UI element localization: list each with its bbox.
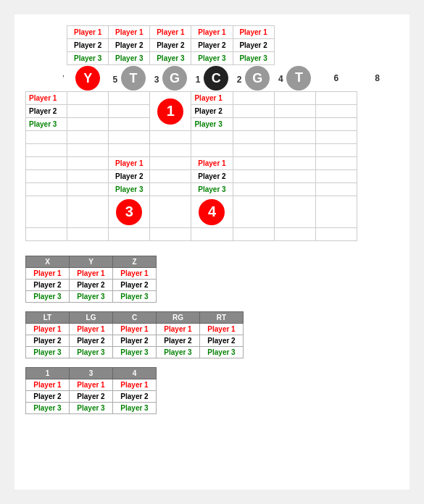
mid-right-p3: Player 3 <box>191 183 233 196</box>
mid-right-p2: Player 2 <box>191 170 233 183</box>
134-header-1: 1 <box>26 368 70 379</box>
134-table-wrapper: 1 3 4 Player 1 Player 1 Player 1 Player … <box>25 367 399 414</box>
num-2: 2 <box>237 75 242 85</box>
left-p2: Player 2 <box>26 105 67 118</box>
tick-left: ' <box>26 65 67 92</box>
header-row-2: Player 2 Player 2 Player 2 Player 2 Play… <box>26 39 399 52</box>
134-header-row: 1 3 4 <box>26 368 157 379</box>
header-row-1: Player 1 Player 1 Player 1 Player 1 Play… <box>26 26 399 39</box>
xyz-header-y: Y <box>70 256 113 268</box>
xyz-header-x: X <box>26 256 70 268</box>
ltlg-table: LT LG C RG RT Player 1 Player 1 Player 1… <box>25 311 244 358</box>
ltlg-header-rt: RT <box>200 312 244 324</box>
number-circles-row: 3 4 <box>26 196 399 228</box>
134-table: 1 3 4 Player 1 Player 1 Player 1 Player … <box>25 367 157 414</box>
data-row-p2: Player 2 Player 2 <box>26 105 399 118</box>
col2-p3: Player 3 <box>109 52 150 65</box>
empty-row-1 <box>26 131 399 144</box>
mid-row-p1: Player 1 Player 1 <box>26 157 399 170</box>
ltlg-header-lg: LG <box>70 312 113 324</box>
c-p3: Player 3 <box>113 347 157 358</box>
num1-letter-cell: 1 C <box>191 65 233 92</box>
empty-row-2 <box>26 144 399 157</box>
xyz-row-3: Player 3 Player 3 Player 3 <box>26 291 157 303</box>
c-p2: Player 2 <box>113 335 157 347</box>
c4-p3: Player 3 <box>113 403 157 414</box>
col3-p1: Player 1 <box>150 26 191 39</box>
number-4-cell: 4 <box>191 196 233 228</box>
letter-G1: G <box>162 66 187 91</box>
xyz-header-z: Z <box>113 256 157 268</box>
xyz-x-p3: Player 3 <box>26 291 70 303</box>
letter-C: C <box>204 66 228 91</box>
xyz-x-p1: Player 1 <box>26 268 70 280</box>
num2-letter-cell: 2 G <box>233 65 274 92</box>
data-row-p3: Player 3 Player 3 <box>26 118 399 131</box>
134-row-2: Player 2 Player 2 Player 2 <box>26 391 157 403</box>
xyz-z-p3: Player 3 <box>113 291 157 303</box>
col2-p2: Player 2 <box>109 39 150 52</box>
mid-row-p2: Player 2 Player 2 <box>26 170 399 183</box>
mid-right-p1: Player 1 <box>191 157 233 170</box>
num-3: 3 <box>154 75 159 85</box>
ltlg-header-row: LT LG C RG RT <box>26 312 244 324</box>
134-row-3: Player 3 Player 3 Player 3 <box>26 403 157 414</box>
ltlg-header-rg: RG <box>157 312 200 324</box>
xyz-table-wrapper: X Y Z Player 1 Player 1 Player 1 Player … <box>25 256 399 303</box>
ltlg-table-wrapper: LT LG C RG RT Player 1 Player 1 Player 1… <box>25 311 399 358</box>
num6-cell: 6 <box>315 65 357 92</box>
rt-p2: Player 2 <box>200 335 244 347</box>
col3-p3: Player 3 <box>150 52 191 65</box>
lt-p1: Player 1 <box>26 324 70 335</box>
top-section: Player 1 Player 1 Player 1 Player 1 Play… <box>25 25 399 241</box>
xyz-header-row: X Y Z <box>26 256 157 268</box>
rg-p1: Player 1 <box>157 324 200 335</box>
ltlg-row-1: Player 1 Player 1 Player 1 Player 1 Play… <box>26 324 244 335</box>
ltlg-header-lt: LT <box>26 312 70 324</box>
c4-p1: Player 1 <box>113 379 157 391</box>
xyz-row-1: Player 1 Player 1 Player 1 <box>26 268 157 280</box>
final-empty-1 <box>26 228 399 241</box>
right-p2: Player 2 <box>191 105 233 118</box>
ltlg-header-c: C <box>113 312 157 324</box>
xyz-y-p1: Player 1 <box>70 268 113 280</box>
mid-row-p3: Player 3 Player 3 <box>26 183 399 196</box>
col5-p1: Player 1 <box>233 26 274 39</box>
lg-p1: Player 1 <box>70 324 113 335</box>
number-4-circle: 4 <box>199 199 225 225</box>
xyz-x-p2: Player 2 <box>26 280 70 291</box>
num-1: 1 <box>196 75 201 85</box>
number-3-cell: 3 <box>109 196 150 228</box>
num3-letter-cell: 3 G <box>150 65 191 92</box>
c1-p1: Player 1 <box>26 379 70 391</box>
ltlg-row-2: Player 2 Player 2 Player 2 Player 2 Play… <box>26 335 244 347</box>
num-4: 4 <box>278 74 283 84</box>
letter-G2: G <box>245 66 270 91</box>
num5-cell: 5 T <box>109 65 150 92</box>
mid-left-p2: Player 2 <box>109 170 150 183</box>
rg-p3: Player 3 <box>157 347 200 358</box>
col4-p2: Player 2 <box>191 39 233 52</box>
col5-p2: Player 2 <box>233 39 274 52</box>
letter-Y-cell: Y <box>67 65 109 92</box>
134-row-1: Player 1 Player 1 Player 1 <box>26 379 157 391</box>
c1-p3: Player 3 <box>26 403 70 414</box>
main-grid: Player 1 Player 1 Player 1 Player 1 Play… <box>25 25 399 241</box>
right-p1: Player 1 <box>191 92 233 105</box>
134-header-3: 3 <box>70 368 113 379</box>
xyz-row-2: Player 2 Player 2 Player 2 <box>26 280 157 291</box>
col2-p1: Player 1 <box>109 26 150 39</box>
xyz-y-p3: Player 3 <box>70 291 113 303</box>
ltlg-row-3: Player 3 Player 3 Player 3 Player 3 Play… <box>26 347 244 358</box>
lg-p2: Player 2 <box>70 335 113 347</box>
number-3-circle: 3 <box>116 199 142 225</box>
c1-p2: Player 2 <box>26 391 70 403</box>
col1-p1: Player 1 <box>67 26 109 39</box>
page: Player 1 Player 1 Player 1 Player 1 Play… <box>14 14 410 490</box>
mid-left-p3: Player 3 <box>109 183 150 196</box>
rt-p1: Player 1 <box>200 324 244 335</box>
letter-row: ' Y 5 T 3 G 1 C 2 G <box>26 65 399 92</box>
c3-p2: Player 2 <box>70 391 113 403</box>
c-p1: Player 1 <box>113 324 157 335</box>
col1-p2: Player 2 <box>67 39 109 52</box>
